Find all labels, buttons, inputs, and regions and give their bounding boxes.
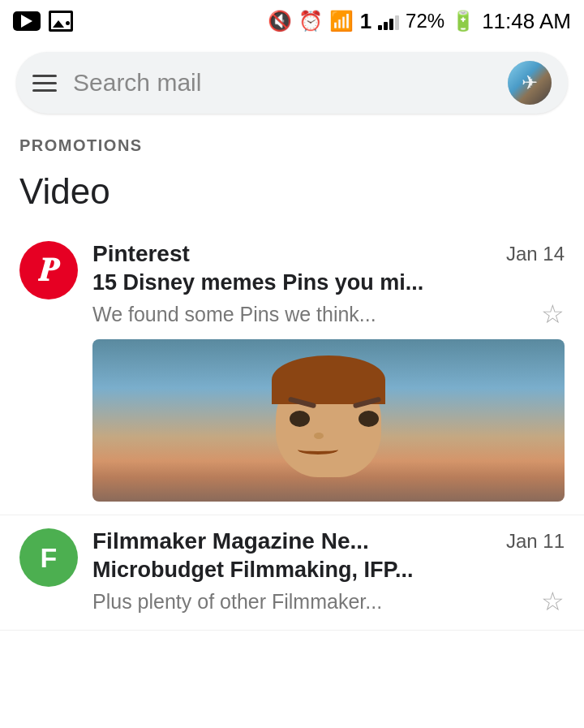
email-header: 𝑷 Pinterest Jan 14 15 Disney memes Pins … bbox=[19, 241, 565, 330]
video-section-label: Video bbox=[0, 162, 584, 228]
email-preview-row-filmmaker: Plus plenty of other Filmmaker... ☆ bbox=[92, 586, 565, 617]
email-top-row: Pinterest Jan 14 bbox=[92, 241, 565, 267]
search-bar[interactable]: Search mail bbox=[16, 52, 568, 114]
search-input[interactable]: Search mail bbox=[73, 69, 492, 97]
promotions-section-label: PROMOTIONS bbox=[0, 123, 584, 162]
number-one-badge: 1 bbox=[360, 9, 371, 34]
search-bar-container: Search mail bbox=[0, 42, 584, 123]
alarm-icon: ⏰ bbox=[298, 10, 323, 32]
status-bar: 🔇 ⏰ 📶 1 72% 🔋 11:48 AM bbox=[0, 0, 584, 42]
pinterest-logo: 𝑷 bbox=[39, 252, 59, 289]
email-image-content bbox=[92, 339, 565, 502]
email-preview-row: We found some Pins we think... ☆ bbox=[92, 299, 565, 330]
email-preview-filmmaker: Plus plenty of other Filmmaker... bbox=[92, 590, 535, 614]
wifi-icon: 📶 bbox=[329, 10, 354, 32]
mute-icon: 🔇 bbox=[268, 10, 292, 32]
status-time: 11:48 AM bbox=[482, 9, 571, 34]
email-date-filmmaker: Jan 11 bbox=[506, 530, 565, 553]
sender-name-pinterest: Pinterest bbox=[92, 241, 190, 267]
email-top-row-filmmaker: Filmmaker Magazine Ne... Jan 11 bbox=[92, 528, 565, 554]
email-content-filmmaker: Filmmaker Magazine Ne... Jan 11 Microbud… bbox=[92, 528, 565, 617]
battery-percentage: 72% bbox=[406, 10, 444, 32]
email-item-filmmaker[interactable]: F Filmmaker Magazine Ne... Jan 11 Microb… bbox=[0, 515, 584, 631]
avatar-image bbox=[508, 61, 552, 105]
signal-icon bbox=[378, 12, 399, 30]
star-icon-filmmaker[interactable]: ☆ bbox=[541, 586, 565, 617]
hamburger-menu-icon[interactable] bbox=[32, 75, 57, 92]
filmmaker-initial: F bbox=[41, 542, 58, 574]
email-preview-pinterest: We found some Pins we think... bbox=[92, 303, 535, 326]
image-icon bbox=[49, 11, 73, 32]
sender-avatar-filmmaker: F bbox=[19, 528, 78, 587]
email-subject-filmmaker: Microbudget Filmmaking, IFP... bbox=[92, 558, 565, 583]
star-icon-pinterest[interactable]: ☆ bbox=[541, 299, 565, 330]
avatar[interactable] bbox=[508, 61, 552, 105]
sender-name-filmmaker: Filmmaker Magazine Ne... bbox=[92, 528, 369, 554]
email-header-filmmaker: F Filmmaker Magazine Ne... Jan 11 Microb… bbox=[19, 528, 565, 617]
email-item-pinterest[interactable]: 𝑷 Pinterest Jan 14 15 Disney memes Pins … bbox=[0, 228, 584, 515]
email-subject-pinterest: 15 Disney memes Pins you mi... bbox=[92, 270, 565, 295]
email-date-pinterest: Jan 14 bbox=[506, 243, 565, 265]
battery-icon: 🔋 bbox=[451, 10, 475, 32]
email-content-pinterest: Pinterest Jan 14 15 Disney memes Pins yo… bbox=[92, 241, 565, 330]
youtube-icon bbox=[13, 11, 41, 31]
email-embedded-image bbox=[92, 339, 565, 502]
status-bar-left bbox=[13, 11, 73, 32]
sender-avatar-pinterest: 𝑷 bbox=[19, 241, 78, 299]
status-bar-right: 🔇 ⏰ 📶 1 72% 🔋 11:48 AM bbox=[268, 9, 571, 34]
